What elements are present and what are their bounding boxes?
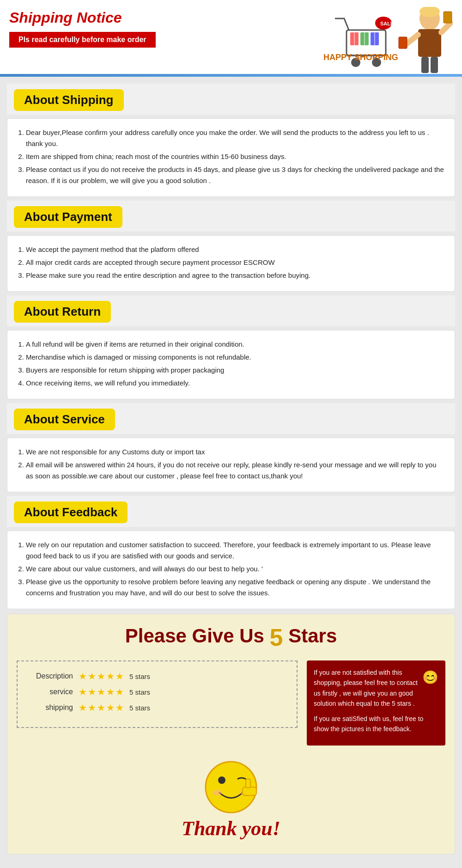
header-subtitle: Pls read carefully before make order xyxy=(9,32,156,48)
service-section: About Service We are not responsible for… xyxy=(7,403,455,492)
list-item: A full refund will be given if items are… xyxy=(26,339,445,350)
list-item: All major credit cards are accepted thro… xyxy=(26,257,445,268)
stars-title-suffix: Stars xyxy=(283,625,337,647)
svg-text:SALE: SALE xyxy=(380,21,394,26)
stars-count-description: 5 stars xyxy=(129,672,150,680)
return-section: About Return A full refund will be given… xyxy=(7,295,455,399)
winking-face-icon xyxy=(203,759,259,815)
service-content: We are not responsible for any Customs d… xyxy=(7,438,455,492)
shipping-section: About Shipping Dear buyer,Please confirm… xyxy=(7,84,455,197)
payment-content: We accept the payment method that the pl… xyxy=(7,235,455,292)
list-item: Item are shipped from china; reach most … xyxy=(26,151,445,162)
happy-shopping-label: HAPPY SHOPPING xyxy=(323,53,398,62)
star-icons-description: ★★★★★ xyxy=(79,671,125,682)
svg-line-15 xyxy=(407,35,418,44)
payment-badge: About Payment xyxy=(14,206,122,228)
svg-rect-25 xyxy=(243,787,256,795)
stars-info-text-2: If you are satiSfied with us, feel free … xyxy=(314,714,438,734)
service-header: About Service xyxy=(7,403,455,434)
stars-label-service: service xyxy=(31,688,73,696)
stars-count-shipping: 5 stars xyxy=(129,704,150,712)
thankyou-text: Thank you! xyxy=(21,817,441,840)
svg-rect-20 xyxy=(431,57,438,73)
stars-row-description: Description ★★★★★ 5 stars xyxy=(31,671,283,682)
list-item: We rely on our reputation and customer s… xyxy=(26,539,445,562)
page-header: Shipping Notice Pls read carefully befor… xyxy=(0,0,462,74)
shipping-header: About Shipping xyxy=(7,84,455,115)
payment-section: About Payment We accept the payment meth… xyxy=(7,201,455,292)
stars-number: 5 xyxy=(270,624,283,651)
list-item: Merchandise which is damaged or missing … xyxy=(26,352,445,363)
list-item: All email will be answered within 24 hou… xyxy=(26,459,445,482)
payment-header: About Payment xyxy=(7,201,455,232)
shopping-cart-icon: SALE xyxy=(323,9,397,74)
list-item: We care about our value customers, and w… xyxy=(26,563,445,575)
svg-rect-19 xyxy=(421,57,429,73)
stars-label-shipping: shipping xyxy=(31,703,73,712)
list-item: Please make sure you read the entire des… xyxy=(26,270,445,281)
svg-point-23 xyxy=(213,790,222,795)
stars-label-description: Description xyxy=(31,672,73,680)
thankyou-area: Thank you! xyxy=(17,755,445,845)
svg-rect-17 xyxy=(444,12,452,23)
person-icon xyxy=(397,7,453,74)
stars-row-service: service ★★★★★ 5 stars xyxy=(31,686,283,697)
stars-title-prefix: Please Give Us xyxy=(125,625,270,647)
shipping-badge: About Shipping xyxy=(14,89,124,111)
header-left: Shipping Notice Pls read carefully befor… xyxy=(9,5,156,48)
header-visual: SALE HAPPY SHOPPING xyxy=(323,5,453,74)
star-icons-shipping: ★★★★★ xyxy=(79,702,125,713)
smiley-icon: 😊 xyxy=(422,667,438,688)
list-item: Dear buyer,Please confirm your address c… xyxy=(26,127,445,149)
star-icons-service: ★★★★★ xyxy=(79,686,125,697)
stars-count-service: 5 stars xyxy=(129,688,150,696)
svg-rect-18 xyxy=(399,37,407,49)
stars-row-shipping: shipping ★★★★★ 5 stars xyxy=(31,702,283,713)
stars-content: Description ★★★★★ 5 stars service ★★★★★ … xyxy=(17,660,445,746)
page-title: Shipping Notice xyxy=(9,9,156,26)
list-item: Once receiving items, we will refund you… xyxy=(26,378,445,389)
list-item: Please give us the opportunity to resolv… xyxy=(26,576,445,599)
return-content: A full refund will be given if items are… xyxy=(7,330,455,399)
return-badge: About Return xyxy=(14,301,111,323)
feedback-header: About Feedback xyxy=(7,496,455,527)
list-item: Buyers are responsible for return shippi… xyxy=(26,365,445,376)
feedback-section: About Feedback We rely on our reputation… xyxy=(7,496,455,609)
stars-table: Description ★★★★★ 5 stars service ★★★★★ … xyxy=(17,660,298,728)
svg-point-22 xyxy=(218,776,225,784)
feedback-content: We rely on our reputation and customer s… xyxy=(7,531,455,609)
stars-section: Please Give Us 5 Stars Description ★★★★★… xyxy=(7,614,455,855)
stars-title: Please Give Us 5 Stars xyxy=(17,623,445,651)
stars-info-box: 😊 If you are not satisfied with this sho… xyxy=(307,660,445,746)
list-item: We are not responsible for any Customs d… xyxy=(26,446,445,458)
return-header: About Return xyxy=(7,295,455,326)
shipping-content: Dear buyer,Please confirm your address c… xyxy=(7,118,455,197)
svg-rect-26 xyxy=(246,779,250,788)
stars-info-text-1: If you are not satisfied with this shopp… xyxy=(314,667,438,709)
list-item: We accept the payment method that the pl… xyxy=(26,244,445,255)
service-badge: About Service xyxy=(14,409,115,430)
list-item: Please contact us if you do not receive … xyxy=(26,164,445,186)
main-content: About Shipping Dear buyer,Please confirm… xyxy=(0,77,462,862)
svg-rect-14 xyxy=(418,29,441,57)
svg-line-16 xyxy=(441,23,450,32)
feedback-badge: About Feedback xyxy=(14,501,128,523)
